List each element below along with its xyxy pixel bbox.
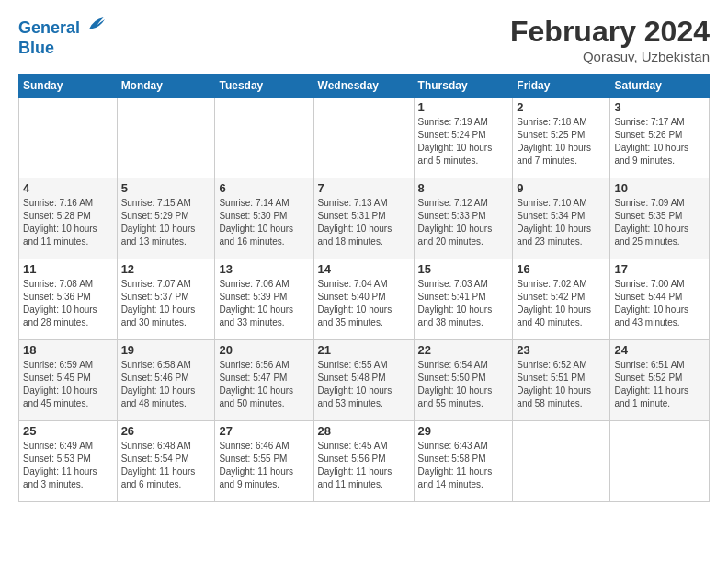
col-tuesday: Tuesday [215,75,313,98]
day-info: Sunrise: 6:52 AM Sunset: 5:51 PM Dayligh… [517,359,606,410]
day-number: 20 [219,343,309,357]
day-number: 11 [23,262,113,276]
day-number: 10 [614,181,705,195]
logo-text: General [18,15,105,39]
day-info: Sunrise: 7:00 AM Sunset: 5:44 PM Dayligh… [614,278,705,329]
day-info: Sunrise: 6:48 AM Sunset: 5:54 PM Dayligh… [121,440,211,491]
calendar-cell [215,98,313,178]
day-info: Sunrise: 7:19 AM Sunset: 5:24 PM Dayligh… [418,116,509,167]
calendar-cell: 16Sunrise: 7:02 AM Sunset: 5:42 PM Dayli… [513,259,610,340]
calendar-cell: 8Sunrise: 7:12 AM Sunset: 5:33 PM Daylig… [414,178,513,259]
calendar-title: February 2024 [510,15,710,49]
logo-name-line1: General [18,18,80,37]
calendar-cell: 3Sunrise: 7:17 AM Sunset: 5:26 PM Daylig… [610,98,710,178]
day-number: 26 [121,424,211,438]
calendar-cell: 5Sunrise: 7:15 AM Sunset: 5:29 PM Daylig… [117,178,215,259]
col-saturday: Saturday [610,75,710,98]
calendar-cell: 9Sunrise: 7:10 AM Sunset: 5:34 PM Daylig… [513,178,610,259]
day-info: Sunrise: 7:07 AM Sunset: 5:37 PM Dayligh… [121,278,211,329]
calendar-cell: 24Sunrise: 6:51 AM Sunset: 5:52 PM Dayli… [610,340,710,421]
day-info: Sunrise: 6:54 AM Sunset: 5:50 PM Dayligh… [418,359,509,410]
col-monday: Monday [117,75,215,98]
calendar-cell: 4Sunrise: 7:16 AM Sunset: 5:28 PM Daylig… [19,178,118,259]
day-number: 9 [517,181,606,195]
col-sunday: Sunday [19,75,118,98]
calendar-cell [313,98,414,178]
day-info: Sunrise: 7:13 AM Sunset: 5:31 PM Dayligh… [318,197,410,248]
calendar-cell: 19Sunrise: 6:58 AM Sunset: 5:46 PM Dayli… [117,340,215,421]
day-number: 4 [23,181,113,195]
calendar-cell: 27Sunrise: 6:46 AM Sunset: 5:55 PM Dayli… [215,421,313,502]
calendar-cell: 20Sunrise: 6:56 AM Sunset: 5:47 PM Dayli… [215,340,313,421]
calendar-body: 1Sunrise: 7:19 AM Sunset: 5:24 PM Daylig… [19,98,710,502]
day-number: 1 [418,100,509,114]
day-info: Sunrise: 6:46 AM Sunset: 5:55 PM Dayligh… [219,440,309,491]
day-number: 13 [219,262,309,276]
header-row: Sunday Monday Tuesday Wednesday Thursday… [19,75,710,98]
calendar-header: Sunday Monday Tuesday Wednesday Thursday… [19,75,710,98]
day-number: 7 [318,181,410,195]
day-info: Sunrise: 7:15 AM Sunset: 5:29 PM Dayligh… [121,197,211,248]
day-info: Sunrise: 7:06 AM Sunset: 5:39 PM Dayligh… [219,278,309,329]
day-number: 5 [121,181,211,195]
logo: General Blue [18,15,105,58]
calendar-cell: 11Sunrise: 7:08 AM Sunset: 5:36 PM Dayli… [19,259,118,340]
day-number: 18 [23,343,113,357]
week-row-1: 1Sunrise: 7:19 AM Sunset: 5:24 PM Daylig… [19,98,710,178]
calendar-cell: 28Sunrise: 6:45 AM Sunset: 5:56 PM Dayli… [313,421,414,502]
day-info: Sunrise: 6:56 AM Sunset: 5:47 PM Dayligh… [219,359,309,410]
day-number: 29 [418,424,509,438]
calendar-cell: 1Sunrise: 7:19 AM Sunset: 5:24 PM Daylig… [414,98,513,178]
day-info: Sunrise: 7:10 AM Sunset: 5:34 PM Dayligh… [517,197,606,248]
day-info: Sunrise: 7:03 AM Sunset: 5:41 PM Dayligh… [418,278,509,329]
calendar-cell: 2Sunrise: 7:18 AM Sunset: 5:25 PM Daylig… [513,98,610,178]
calendar-cell [610,421,710,502]
calendar-cell [513,421,610,502]
week-row-2: 4Sunrise: 7:16 AM Sunset: 5:28 PM Daylig… [19,178,710,259]
calendar-subtitle: Qorasuv, Uzbekistan [510,49,710,64]
day-info: Sunrise: 6:49 AM Sunset: 5:53 PM Dayligh… [23,440,113,491]
page: General Blue February 2024 Qorasuv, Uzbe… [0,0,728,511]
day-number: 23 [517,343,606,357]
day-info: Sunrise: 7:12 AM Sunset: 5:33 PM Dayligh… [418,197,509,248]
day-info: Sunrise: 7:18 AM Sunset: 5:25 PM Dayligh… [517,116,606,167]
calendar-cell: 14Sunrise: 7:04 AM Sunset: 5:40 PM Dayli… [313,259,414,340]
calendar-cell: 12Sunrise: 7:07 AM Sunset: 5:37 PM Dayli… [117,259,215,340]
day-info: Sunrise: 6:59 AM Sunset: 5:45 PM Dayligh… [23,359,113,410]
calendar-cell: 22Sunrise: 6:54 AM Sunset: 5:50 PM Dayli… [414,340,513,421]
day-number: 14 [318,262,410,276]
day-number: 16 [517,262,606,276]
day-info: Sunrise: 6:51 AM Sunset: 5:52 PM Dayligh… [614,359,705,410]
day-info: Sunrise: 6:58 AM Sunset: 5:46 PM Dayligh… [121,359,211,410]
day-number: 15 [418,262,509,276]
day-number: 19 [121,343,211,357]
day-number: 3 [614,100,705,114]
calendar-cell: 21Sunrise: 6:55 AM Sunset: 5:48 PM Dayli… [313,340,414,421]
calendar-cell: 13Sunrise: 7:06 AM Sunset: 5:39 PM Dayli… [215,259,313,340]
day-number: 6 [219,181,309,195]
calendar-table: Sunday Monday Tuesday Wednesday Thursday… [18,74,710,502]
calendar-cell [19,98,118,178]
day-info: Sunrise: 7:02 AM Sunset: 5:42 PM Dayligh… [517,278,606,329]
col-thursday: Thursday [414,75,513,98]
title-block: February 2024 Qorasuv, Uzbekistan [510,15,710,64]
calendar-cell: 23Sunrise: 6:52 AM Sunset: 5:51 PM Dayli… [513,340,610,421]
day-info: Sunrise: 6:55 AM Sunset: 5:48 PM Dayligh… [318,359,410,410]
calendar-cell: 17Sunrise: 7:00 AM Sunset: 5:44 PM Dayli… [610,259,710,340]
day-info: Sunrise: 7:16 AM Sunset: 5:28 PM Dayligh… [23,197,113,248]
calendar-cell: 18Sunrise: 6:59 AM Sunset: 5:45 PM Dayli… [19,340,118,421]
day-number: 12 [121,262,211,276]
col-wednesday: Wednesday [313,75,414,98]
day-number: 8 [418,181,509,195]
day-info: Sunrise: 7:14 AM Sunset: 5:30 PM Dayligh… [219,197,309,248]
calendar-cell: 6Sunrise: 7:14 AM Sunset: 5:30 PM Daylig… [215,178,313,259]
calendar-cell: 25Sunrise: 6:49 AM Sunset: 5:53 PM Dayli… [19,421,118,502]
week-row-5: 25Sunrise: 6:49 AM Sunset: 5:53 PM Dayli… [19,421,710,502]
day-info: Sunrise: 7:09 AM Sunset: 5:35 PM Dayligh… [614,197,705,248]
day-info: Sunrise: 7:04 AM Sunset: 5:40 PM Dayligh… [318,278,410,329]
day-number: 28 [318,424,410,438]
calendar-cell [117,98,215,178]
calendar-cell: 29Sunrise: 6:43 AM Sunset: 5:58 PM Dayli… [414,421,513,502]
day-number: 27 [219,424,309,438]
calendar-cell: 7Sunrise: 7:13 AM Sunset: 5:31 PM Daylig… [313,178,414,259]
